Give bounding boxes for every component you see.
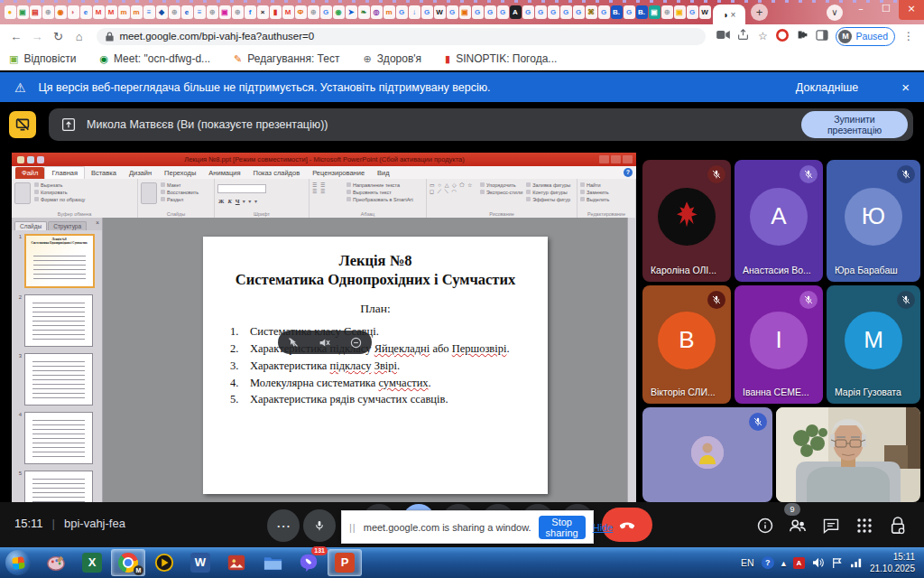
ribbon-button[interactable]: Раздел — [161, 197, 199, 202]
taskbar-explorer[interactable] — [255, 549, 290, 576]
back-icon[interactable]: ← — [5, 30, 26, 43]
ribbon-tab-5[interactable]: Переходы — [158, 167, 202, 179]
home-icon[interactable]: ⌂ — [69, 30, 89, 43]
host-controls-icon[interactable] — [887, 515, 909, 536]
ribbon-button[interactable]: Контур фигуры — [526, 190, 570, 195]
browser-tab[interactable]: Ф — [295, 5, 307, 19]
browser-tab[interactable]: ≡ — [143, 5, 155, 19]
panel-tab-outline[interactable]: Структура — [48, 221, 87, 230]
participant-tile[interactable] — [776, 407, 920, 502]
meeting-info-icon[interactable] — [754, 515, 776, 536]
browser-tab[interactable]: f — [245, 5, 256, 19]
stop-sharing-button[interactable]: Stop sharing — [539, 516, 586, 539]
browser-tab[interactable]: m — [131, 5, 143, 19]
ribbon-tab-6[interactable]: Анимация — [202, 167, 246, 179]
participant-tile[interactable]: Кароліна ОЛІ... — [642, 160, 731, 282]
browser-tab[interactable]: ⊕ — [308, 5, 319, 19]
forward-icon[interactable]: → — [26, 30, 47, 43]
browser-tab[interactable]: A — [510, 5, 522, 19]
browser-tab[interactable]: × — [257, 5, 269, 19]
extension-onetab-icon[interactable] — [772, 29, 792, 44]
editor-scrollbar[interactable] — [627, 218, 636, 503]
remove-icon[interactable] — [350, 337, 362, 349]
taskbar-aimp[interactable] — [147, 549, 181, 576]
ribbon-button[interactable]: Найти — [580, 182, 609, 188]
bookmark-item[interactable]: ✎Редагування: Тест — [234, 52, 339, 65]
browser-tab[interactable]: ● — [5, 5, 16, 19]
hide-link[interactable]: Hide — [593, 522, 614, 533]
taskbar-clock[interactable]: 15:11 21.10.2025 — [870, 551, 915, 574]
browser-tab[interactable]: M — [93, 5, 105, 19]
ribbon-tab-3[interactable]: Вставка — [85, 167, 123, 179]
ribbon-tab-7[interactable]: Показ слайдов — [247, 167, 307, 179]
start-button[interactable] — [5, 550, 31, 575]
banner-learn-more-link[interactable]: Докладніше — [796, 81, 858, 94]
browser-tab[interactable]: ▤ — [30, 5, 42, 19]
ribbon-button[interactable]: Выделить — [580, 197, 609, 202]
participant-tile[interactable]: ММарія Гузовата — [827, 285, 920, 404]
stop-presenting-button[interactable]: Зупинити презентацію — [801, 111, 908, 138]
browser-tab[interactable]: G — [522, 5, 534, 19]
tab-close-icon[interactable]: × — [731, 10, 736, 20]
ribbon-tab-8[interactable]: Рецензирование — [306, 167, 371, 179]
browser-tab[interactable]: B. — [636, 5, 648, 19]
help-icon[interactable]: ? — [624, 168, 633, 177]
browser-tab[interactable]: G — [560, 5, 572, 19]
taskbar-viber[interactable]: 131 — [291, 549, 326, 576]
ribbon-button[interactable]: Вырезать — [34, 182, 85, 188]
browser-tab[interactable]: ◆ — [156, 5, 168, 19]
browser-tab[interactable]: ❧ — [358, 5, 370, 19]
browser-tab[interactable]: ◎ — [371, 5, 383, 19]
extensions-puzzle-icon[interactable] — [792, 29, 812, 43]
minimize-button[interactable]: – — [848, 0, 873, 20]
browser-tab[interactable]: ▣ — [17, 5, 29, 19]
chat-icon[interactable] — [820, 515, 842, 536]
browser-tab[interactable]: ◉ — [333, 5, 345, 19]
ribbon-button[interactable]: Эффекты фигур — [526, 197, 570, 202]
slide-thumbnail[interactable] — [24, 353, 93, 406]
italic-button[interactable]: К — [226, 198, 232, 205]
ribbon-tab-2[interactable]: Главная — [44, 166, 85, 179]
help-tray-icon[interactable]: ? — [762, 556, 774, 569]
browser-tab[interactable]: W — [699, 5, 711, 19]
browser-tab[interactable]: ⊕ — [42, 5, 54, 19]
ribbon-button[interactable]: Преобразовать в SmartArt — [346, 197, 413, 202]
activities-icon[interactable] — [854, 515, 875, 536]
ppt-window-controls[interactable] — [599, 155, 636, 163]
browser-tab[interactable]: ⊕ — [661, 5, 673, 19]
browser-tab[interactable]: ◗ — [68, 5, 79, 19]
action-center-flag-icon[interactable] — [832, 557, 843, 569]
microphone-button[interactable] — [303, 509, 336, 542]
participant-tile[interactable] — [642, 407, 772, 502]
reload-icon[interactable]: ↻ — [48, 30, 69, 43]
ribbon-button[interactable]: Заливка фигуры — [526, 182, 570, 188]
bold-button[interactable]: Ж — [217, 198, 225, 205]
ribbon-tab-4[interactable]: Дизайн — [123, 167, 158, 179]
banner-close-icon[interactable]: × — [901, 79, 910, 95]
browser-tab[interactable]: e — [181, 5, 193, 19]
paste-button[interactable] — [14, 182, 31, 204]
browser-tab[interactable]: m — [118, 5, 130, 19]
browser-tab[interactable]: ◉ — [55, 5, 67, 19]
browser-tab[interactable]: G — [472, 5, 484, 19]
underline-button[interactable]: Ч — [235, 198, 241, 205]
share-icon[interactable] — [733, 29, 753, 43]
ribbon-button[interactable]: Заменить — [580, 190, 609, 195]
browser-tab[interactable]: ▣ — [219, 5, 231, 19]
browser-tab[interactable]: G — [535, 5, 547, 19]
shapes-gallery[interactable]: ▭ ○ △ ◇ ⬠ ☆ ◻ ⟋ ⟍ ◠ — [430, 182, 476, 195]
bookmark-item[interactable]: ▣Відповісти — [9, 52, 77, 65]
participant-tile[interactable]: ЮЮра Барабаш — [827, 160, 920, 282]
ribbon-button[interactable]: Восстановить — [161, 190, 199, 195]
bookmark-star-icon[interactable]: ☆ — [753, 30, 772, 42]
people-icon[interactable] — [787, 515, 808, 536]
language-indicator[interactable]: EN — [741, 557, 754, 568]
browser-tab[interactable]: M — [282, 5, 294, 19]
browser-tab[interactable]: ⊕ — [207, 5, 218, 19]
browser-tab[interactable]: G — [485, 5, 496, 19]
browser-tab[interactable]: ▣ — [674, 5, 686, 19]
taskbar-chrome[interactable]: M — [111, 549, 145, 576]
volume-icon[interactable] — [812, 557, 825, 568]
panel-close-icon[interactable]: × — [96, 219, 99, 226]
ribbon-button[interactable]: Макет — [161, 182, 199, 188]
